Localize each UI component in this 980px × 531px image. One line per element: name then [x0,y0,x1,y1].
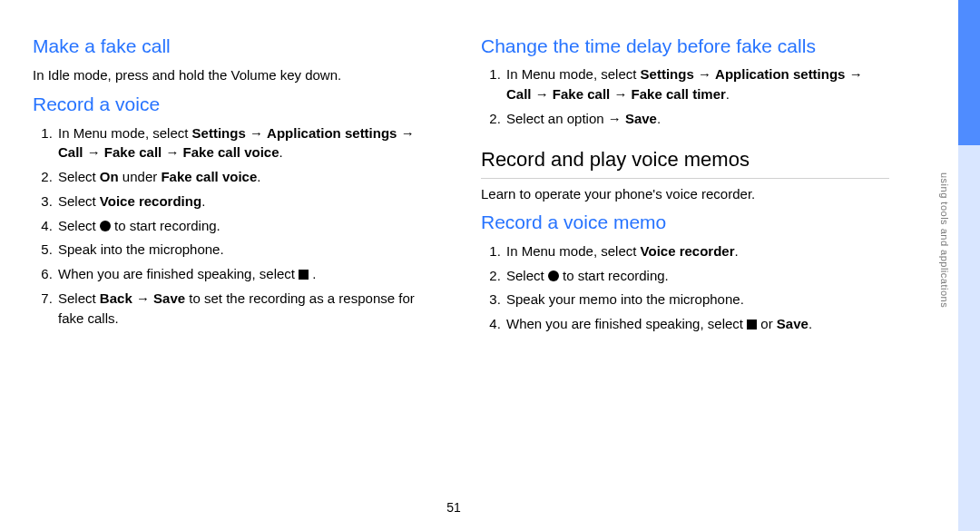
arrow-icon: → [698,66,711,82]
bold-text: Back [100,290,132,306]
text: In Menu mode, select [506,66,641,82]
bold-text: Save [625,111,657,126]
bold-text: Voice recording [100,193,201,209]
heading-voice-memos: Record and play voice memos [481,145,889,179]
text: to start recording. [111,218,220,233]
arrow-icon: → [87,144,101,160]
change-delay-steps: In Menu mode, select Settings → Applicat… [481,64,889,128]
text: In Menu mode, select [58,125,192,141]
bold-text: Voice recorder [641,243,735,259]
arrow-icon: → [401,125,415,141]
bold-text: Fake call [104,144,162,160]
side-tab-highlight [958,0,980,145]
columns: Make a fake call In Idle mode, press and… [33,27,889,339]
text: or [757,316,777,331]
bold-text: Application settings [267,125,397,141]
arrow-icon: → [136,290,150,306]
left-column: Make a fake call In Idle mode, press and… [33,27,441,339]
bold-text: Settings [192,125,246,141]
record-voice-steps: In Menu mode, select Settings → Applicat… [33,123,441,329]
stop-icon [299,270,309,280]
text: under [119,169,162,184]
text: Select an option [506,111,608,126]
learn-text: Learn to operate your phone's voice reco… [481,184,889,204]
bold-text: Fake call timer [632,86,726,102]
text: When you are finished speaking, select [506,316,747,331]
record-icon [100,221,111,231]
step-3: Speak your memo into the microphone. [505,290,889,310]
step-6: When you are finished speaking, select . [56,264,441,284]
text: Select [58,290,100,306]
bold-text: Save [777,316,808,331]
side-tab-text: using tools and applications [936,172,951,308]
text: Select [58,218,100,233]
text: In Menu mode, select [506,243,641,259]
step-1: In Menu mode, select Voice recorder. [505,241,889,261]
arrow-icon: → [165,144,179,160]
arrow-icon: → [613,86,627,102]
step-2: Select to start recording. [505,266,889,286]
record-icon [548,270,559,281]
step-4: When you are finished speaking, select o… [505,314,889,334]
idle-instruction: In Idle mode, press and hold the Volume … [33,65,441,85]
arrow-icon: → [250,125,263,141]
step-5: Speak into the microphone. [56,240,441,260]
bold-text: Call [506,86,532,102]
arrow-icon: → [849,66,863,82]
heading-record-voice: Record a voice [33,91,441,118]
record-memo-steps: In Menu mode, select Voice recorder. Sel… [481,241,889,334]
arrow-icon: → [608,111,622,126]
text: to start recording. [559,268,669,283]
text: Select [58,193,100,209]
step-1: In Menu mode, select Settings → Applicat… [505,64,889,104]
stop-icon [747,320,757,329]
step-1: In Menu mode, select Settings → Applicat… [56,123,441,163]
text: . [309,266,316,281]
heading-make-fake-call: Make a fake call [33,33,441,60]
bold-text: Fake call voice [161,169,257,184]
text: Select [58,169,100,184]
text: Select [506,268,548,283]
step-2: Select On under Fake call voice. [56,167,441,187]
step-3: Select Voice recording. [56,192,441,211]
bold-text: Fake call [553,86,610,102]
bold-text: On [100,169,119,184]
step-7: Select Back → Save to set the recording … [56,289,441,329]
step-4: Select to start recording. [56,216,441,236]
bold-text: Save [153,290,185,306]
bold-text: Call [58,144,83,160]
side-tab-label: using tools and applications [936,172,955,312]
bold-text: Settings [641,66,694,82]
heading-change-delay: Change the time delay before fake calls [481,33,889,60]
arrow-icon: → [535,86,549,102]
manual-page: Make a fake call In Idle mode, press and… [0,0,980,531]
bold-text: Fake call voice [183,144,279,160]
right-column: Change the time delay before fake calls … [481,27,889,339]
bold-text: Application settings [715,66,845,82]
heading-record-memo: Record a voice memo [481,209,889,236]
text: When you are finished speaking, select [58,266,299,281]
step-2: Select an option → Save. [505,109,889,129]
page-number: 51 [0,498,907,516]
